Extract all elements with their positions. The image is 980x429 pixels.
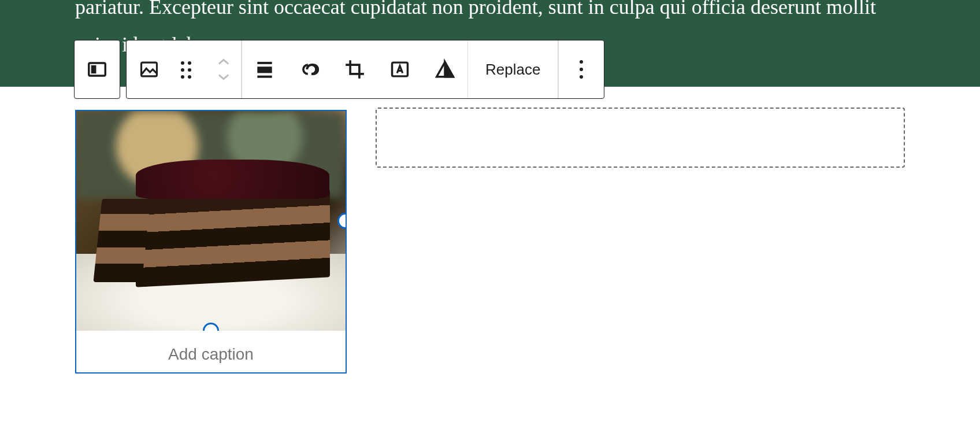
move-down-button[interactable] — [206, 72, 241, 82]
chevron-down-icon — [216, 72, 232, 82]
drag-icon — [181, 61, 197, 77]
toolbar-group-parent — [74, 40, 120, 99]
block-toolbar: Replace — [74, 40, 604, 99]
link-button[interactable] — [287, 40, 332, 98]
caption-input[interactable] — [76, 331, 346, 372]
columns-icon — [86, 58, 108, 80]
editor-canvas — [0, 87, 980, 373]
crop-icon — [344, 58, 366, 80]
image-block-selected[interactable] — [75, 110, 347, 373]
move-up-button[interactable] — [206, 57, 241, 67]
align-button[interactable] — [242, 40, 287, 98]
link-icon — [299, 58, 321, 80]
svg-rect-4 — [257, 66, 272, 73]
select-parent-columns-button[interactable] — [75, 40, 120, 98]
block-type-image-button[interactable] — [127, 40, 172, 98]
align-icon — [254, 58, 276, 80]
crop-button[interactable] — [332, 40, 377, 98]
text-overlay-icon — [389, 58, 411, 80]
chevron-up-icon — [216, 57, 232, 67]
toolbar-group-block: Replace — [126, 40, 604, 99]
svg-rect-1 — [91, 65, 96, 73]
duotone-icon — [434, 58, 456, 80]
empty-column-placeholder[interactable] — [376, 108, 905, 168]
more-options-button[interactable] — [559, 40, 604, 98]
replace-button[interactable]: Replace — [468, 40, 558, 98]
duotone-button[interactable] — [422, 40, 467, 98]
svg-rect-2 — [142, 62, 157, 76]
text-overlay-button[interactable] — [377, 40, 422, 98]
image-thumbnail[interactable] — [76, 111, 346, 331]
move-controls — [206, 40, 241, 98]
image-icon — [138, 58, 160, 80]
resize-handle-right[interactable] — [337, 213, 346, 229]
kebab-icon — [580, 60, 583, 79]
drag-handle-button[interactable] — [172, 40, 206, 98]
